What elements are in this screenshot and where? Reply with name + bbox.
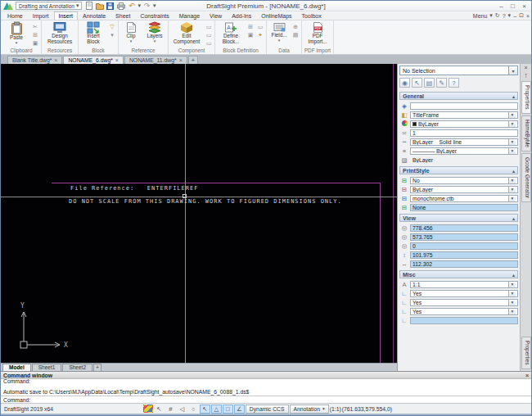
dropdown-caret-icon[interactable]: ▾ [508, 195, 516, 202]
cut-button[interactable]: ✂ [31, 23, 39, 30]
collapse-icon[interactable]: ▴ [512, 93, 515, 99]
sheet-tab-model[interactable]: Model [2, 364, 31, 371]
edit-component-button[interactable]: Edit Component [170, 21, 203, 44]
dropdown-caret-icon[interactable]: ▾ [508, 281, 516, 288]
linestyle-field[interactable]: ByLayer Solid line ▾ [410, 138, 518, 146]
doc-minimize-icon[interactable]: – [513, 13, 516, 19]
dropdown-caret-icon[interactable]: ▾ [508, 308, 516, 315]
data-link-button[interactable]: ⊕ [291, 23, 300, 30]
angle-icon[interactable]: ∠ [234, 405, 245, 414]
linescale-field[interactable]: 1 [410, 129, 518, 137]
collapse-icon[interactable]: ▴ [512, 168, 515, 174]
refresh-icon[interactable]: ↻ [495, 12, 500, 19]
scale-readout[interactable]: (1:1) [330, 406, 341, 412]
command-window-close-icon[interactable]: × [525, 373, 529, 378]
minimize-button[interactable]: – [496, 2, 507, 10]
transparency-field[interactable]: ByLayer [410, 156, 518, 164]
edit-annotation-button[interactable]: ✎ [436, 78, 447, 88]
copy-with-reference-button[interactable]: ▣ [31, 39, 39, 47]
new-file-button[interactable] [84, 2, 93, 11]
section-printstyle[interactable]: PrintStyle ▴ [399, 166, 518, 174]
data-sheet-button[interactable]: ▤ [291, 31, 300, 38]
dropdown-caret-icon[interactable]: ▾ [508, 138, 516, 146]
doc-restore-icon[interactable]: ⊡ [519, 12, 524, 19]
layer-color-icon[interactable]: ▦ [143, 405, 153, 413]
printstyle-table-field[interactable]: monochrome.ctb ▾ [410, 195, 518, 202]
palette-tab-properties[interactable]: Properties [521, 81, 531, 114]
new-doc-tab-button[interactable]: + [188, 56, 198, 64]
help-button[interactable]: ? [449, 78, 459, 88]
insert-block-button[interactable]: Insert Block [80, 21, 106, 44]
ucs-viewport-field[interactable]: Yes ▾ [410, 308, 518, 315]
menu-button[interactable]: Menu [473, 13, 488, 19]
palette-close-icon[interactable]: × [524, 65, 527, 71]
redo-button[interactable]: ↷ [142, 2, 151, 11]
drawing-canvas[interactable]: File Reference: ENTERFILEREF DO NOT SCAL… [1, 64, 397, 363]
palette-tab-gcode-generator[interactable]: Gcode Generator [521, 153, 531, 202]
polar-icon[interactable]: ○ [188, 405, 199, 414]
tab-insert[interactable]: Insert [54, 11, 79, 20]
doc-tab-close-icon[interactable]: × [115, 57, 119, 63]
command-window-header[interactable]: Command window × [1, 372, 531, 379]
open-file-button[interactable] [95, 2, 104, 11]
doc-tab-blank-title[interactable]: Blank Title.dwg* × [7, 56, 62, 64]
annotation-dropdown[interactable]: Annotation ▾ [290, 405, 329, 414]
etrack-icon[interactable]: △ [211, 405, 222, 414]
tab-annotate[interactable]: Annotate [78, 11, 110, 20]
component-tool-2-button[interactable]: ▭ [205, 31, 213, 38]
help-icon[interactable]: ? [503, 13, 506, 19]
print-toggle-field[interactable]: No ▾ [410, 177, 518, 184]
select-settings-button[interactable]: ◉ [399, 78, 410, 88]
doc-tab-noname11[interactable]: NONAME_11.dwg* × [124, 56, 187, 64]
lineweight-field[interactable]: ———— ByLayer ▾ [410, 147, 518, 155]
collapse-icon[interactable]: ▴ [512, 215, 515, 221]
dropdown-caret-icon[interactable]: ▾ [508, 290, 516, 297]
layers-button[interactable]: Layers ▾ [143, 21, 166, 43]
dropdown-caret-icon[interactable]: ▾ [508, 147, 516, 155]
command-history[interactable]: Command: Automatic save to C:\Users\MJ\A… [1, 379, 531, 396]
block-extra-caret-icon[interactable]: ▾ [108, 31, 116, 38]
blockdef-tool-3-button[interactable]: ▭ [256, 23, 264, 30]
dropdown-caret-icon[interactable]: ▾ [508, 299, 516, 306]
section-general[interactable]: General ▴ [399, 92, 518, 100]
esnap-icon[interactable]: ↖ [200, 405, 210, 414]
add-sheet-button[interactable]: + [93, 364, 101, 371]
clip-button[interactable]: Clip ▾ [120, 21, 142, 43]
ucs-visible-field[interactable]: Yes ▾ [410, 290, 518, 297]
ortho-icon[interactable]: ◁ [177, 405, 187, 414]
blockdef-lock-button[interactable]: ✦ [256, 31, 264, 38]
section-misc[interactable]: Misc ▴ [399, 270, 518, 278]
tab-view[interactable]: View [205, 11, 227, 20]
palette-pin-icon[interactable]: ⊺ [525, 73, 528, 79]
dropdown-caret-icon[interactable]: ▾ [508, 111, 516, 119]
close-button[interactable]: × [519, 2, 530, 10]
tab-add-ins[interactable]: Add-Ins [227, 11, 256, 20]
command-input[interactable]: Command: [1, 396, 531, 403]
selection-dropdown[interactable]: No Selection [399, 66, 509, 75]
section-view[interactable]: View ▴ [399, 214, 518, 222]
dropdown-caret-icon[interactable]: ▾ [508, 120, 516, 128]
define-block-button[interactable]: A Define Block... [217, 21, 245, 44]
dropdown-caret-icon[interactable]: ▾ [508, 186, 516, 193]
print-button[interactable] [116, 2, 125, 11]
printstyle-field[interactable]: ByLayer ▾ [410, 186, 518, 193]
maximize-button[interactable]: □ [507, 2, 518, 10]
grid-icon[interactable]: # [165, 405, 176, 414]
printstyle-assigned-field[interactable]: None [410, 204, 518, 211]
tab-import[interactable]: Import [28, 11, 54, 20]
linecolor-field[interactable]: ByLayer ▾ [410, 120, 518, 128]
sheet-tab-sheet1[interactable]: Sheet1 [32, 364, 62, 371]
ucs-origin-field[interactable]: Yes ▾ [410, 299, 518, 306]
coordinates-readout[interactable]: (761.633,579.554,0) [342, 406, 392, 412]
selection-icon[interactable]: □ [223, 405, 233, 414]
tab-sheet[interactable]: Sheet [110, 11, 135, 20]
undo-dropdown-icon[interactable]: ▾ [138, 2, 141, 9]
component-tool-1-button[interactable]: ▭ [205, 23, 213, 30]
pdf-import-button[interactable]: PDF PDF Import... [304, 21, 331, 44]
select-entities-button[interactable]: ↖ [412, 78, 422, 88]
doc-tab-noname6[interactable]: NONAME_6.dwg* × [63, 56, 124, 64]
doc-tab-close-icon[interactable]: × [179, 57, 183, 63]
hyperlink-field[interactable] [410, 102, 518, 110]
tab-toolbox[interactable]: Toolbox [297, 11, 327, 20]
tab-home[interactable]: Home [2, 11, 28, 20]
